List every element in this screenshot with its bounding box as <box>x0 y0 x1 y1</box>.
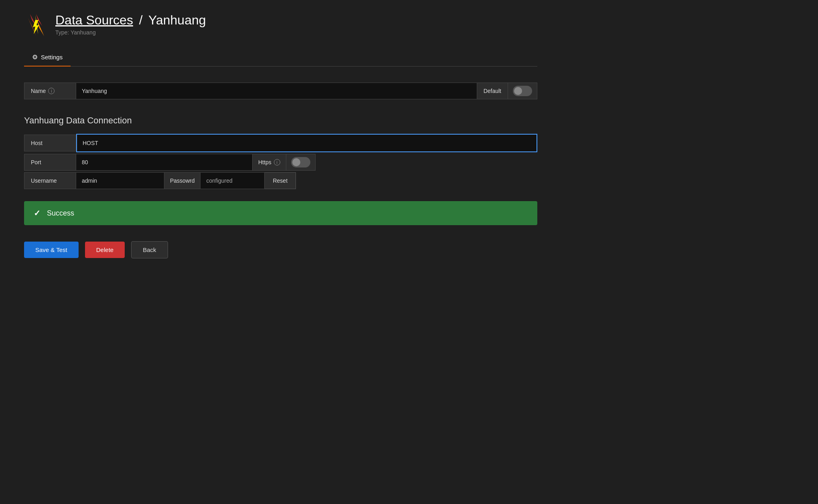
action-buttons: Save & Test Delete Back <box>24 241 537 258</box>
https-toggle-wrapper <box>286 154 316 171</box>
tab-settings[interactable]: ⚙ Settings <box>24 48 71 67</box>
reset-button[interactable]: Reset <box>265 172 296 189</box>
tabs-container: ⚙ Settings <box>24 48 537 67</box>
app-logo <box>24 12 48 36</box>
header-text: Data Sources / Yanhuang Type: Yanhuang <box>55 13 206 36</box>
connection-section: Yanhuang Data Connection Host Port Https… <box>24 115 537 189</box>
back-button[interactable]: Back <box>131 241 168 258</box>
breadcrumb-separator: / <box>139 13 143 27</box>
breadcrumb-link[interactable]: Data Sources <box>55 13 133 27</box>
connection-section-title: Yanhuang Data Connection <box>24 115 537 126</box>
name-input[interactable] <box>76 83 477 99</box>
tab-settings-label: Settings <box>41 54 63 60</box>
page-subtitle: Type: Yanhuang <box>55 29 206 36</box>
username-row: Username Passowrd configured Reset <box>24 172 537 189</box>
port-label: Port <box>24 154 76 171</box>
port-input[interactable] <box>76 154 253 171</box>
name-field-row: Name i Default <box>24 83 537 99</box>
breadcrumb-current: Yanhuang <box>148 13 206 27</box>
success-message: Success <box>47 209 74 218</box>
name-info-icon[interactable]: i <box>48 88 55 94</box>
host-row: Host <box>24 134 537 152</box>
name-label: Name i <box>24 83 76 99</box>
default-toggle[interactable] <box>513 86 532 96</box>
username-input[interactable] <box>76 172 164 189</box>
password-configured: configured <box>200 172 265 189</box>
port-row: Port Https i <box>24 154 537 171</box>
host-label: Host <box>24 135 76 151</box>
https-toggle[interactable] <box>291 157 310 167</box>
success-check-icon: ✓ <box>34 208 40 218</box>
delete-button[interactable]: Delete <box>85 242 125 258</box>
password-label: Passowrd <box>164 172 200 189</box>
default-toggle-wrapper <box>508 83 537 99</box>
https-info-icon[interactable]: i <box>274 159 280 165</box>
save-test-button[interactable]: Save & Test <box>24 242 79 258</box>
page-header: Data Sources / Yanhuang Type: Yanhuang <box>24 12 537 36</box>
username-label: Username <box>24 172 76 189</box>
settings-icon: ⚙ <box>32 53 38 61</box>
breadcrumb: Data Sources / Yanhuang <box>55 13 206 28</box>
svg-marker-2 <box>28 18 36 36</box>
https-label: Https i <box>253 154 286 171</box>
host-input[interactable] <box>76 134 537 152</box>
success-banner: ✓ Success <box>24 201 537 225</box>
default-label: Default <box>477 83 508 99</box>
